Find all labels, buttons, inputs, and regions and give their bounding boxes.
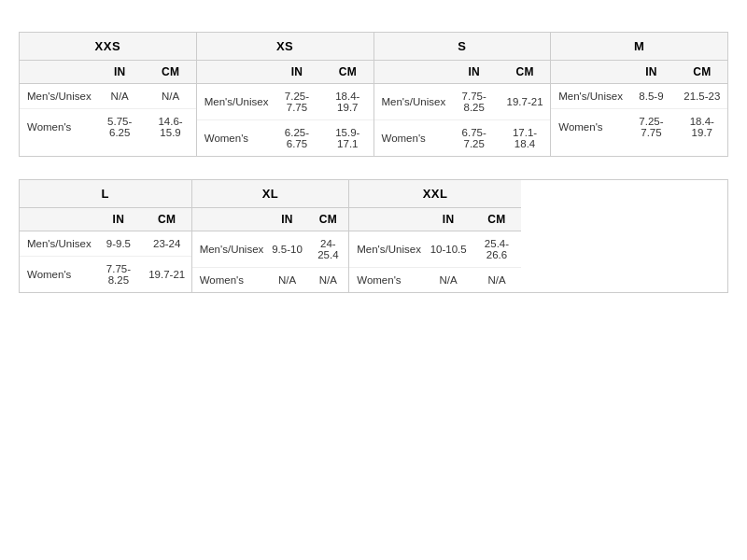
subheader-empty <box>197 61 272 83</box>
column-header-in: IN <box>267 208 308 231</box>
column-header-cm: CM <box>472 208 521 231</box>
row-label: Women's <box>551 115 626 139</box>
row-value-cm: N/A <box>472 268 521 292</box>
row-label: Women's <box>20 115 94 139</box>
row-label: Women's <box>20 262 94 287</box>
size-block-header: XXL <box>349 180 521 208</box>
column-header-in: IN <box>626 61 676 83</box>
table-row: Women'sN/AN/A <box>192 268 349 292</box>
table-row: Women's6.25-6.7515.9-17.1 <box>197 120 374 156</box>
row-value-in: 7.75-8.25 <box>94 257 143 292</box>
row-value-cm: 21.5-23 <box>677 84 727 108</box>
row-label: Men's/Unisex <box>20 231 94 256</box>
row-value-in: 7.25-7.75 <box>272 84 322 119</box>
size-block-subheader: INCM <box>20 208 191 231</box>
subheader-empty <box>551 61 626 83</box>
size-block-header: XXS <box>20 33 196 61</box>
subheader-empty <box>20 208 94 231</box>
row-value-cm: 24-25.4 <box>307 231 348 267</box>
size-block-l: LINCMMen's/Unisex9-9.523-24Women's7.75-8… <box>20 180 192 292</box>
subheader-empty <box>192 208 267 231</box>
size-table-row-1: XXSINCMMen's/UnisexN/AN/AWomen's5.75-6.2… <box>19 32 728 157</box>
row-value-cm: 15.9-17.1 <box>322 120 373 156</box>
size-block-header: S <box>374 33 551 61</box>
table-row: Women's7.75-8.2519.7-21 <box>20 257 191 292</box>
table-row: Women's5.75-6.2514.6-15.9 <box>20 109 196 145</box>
row-value-in: 10-10.5 <box>424 237 472 261</box>
row-label: Men's/Unisex <box>20 84 94 108</box>
row-value-cm: 18.4-19.7 <box>322 84 373 119</box>
size-block-header: M <box>551 33 727 61</box>
row-value-in: N/A <box>267 268 308 292</box>
column-header-cm: CM <box>143 208 191 231</box>
column-header-in: IN <box>272 61 322 83</box>
size-block-xl: XLINCMMen's/Unisex9.5-1024-25.4Women'sN/… <box>192 180 350 292</box>
row-value-cm: 18.4-19.7 <box>677 109 727 145</box>
column-header-cm: CM <box>307 208 348 231</box>
table-row: Women'sN/AN/A <box>349 268 521 292</box>
size-block-xs: XSINCMMen's/Unisex7.25-7.7518.4-19.7Wome… <box>197 33 374 156</box>
column-header-cm: CM <box>500 61 550 83</box>
column-header-cm: CM <box>322 61 373 83</box>
table-row: Women's6.75-7.2517.1-18.4 <box>374 120 551 156</box>
column-header-in: IN <box>424 208 472 231</box>
size-block-subheader: INCM <box>20 61 196 84</box>
size-table-row-2: LINCMMen's/Unisex9-9.523-24Women's7.75-8… <box>19 179 728 293</box>
size-tables-container: XXSINCMMen's/UnisexN/AN/AWomen's5.75-6.2… <box>19 32 728 293</box>
row-label: Men's/Unisex <box>192 237 267 261</box>
row-value-cm: 25.4-26.6 <box>472 231 521 267</box>
size-block-subheader: INCM <box>349 208 521 231</box>
row-value-in: N/A <box>94 84 145 108</box>
table-row: Men's/Unisex7.75-8.2519.7-21 <box>374 84 551 120</box>
size-block-header: L <box>20 180 191 208</box>
row-label: Women's <box>349 268 424 292</box>
size-block-m: MINCMMen's/Unisex8.5-921.5-23Women's7.25… <box>551 33 727 156</box>
row-value-in: 5.75-6.25 <box>94 109 145 145</box>
row-value-cm: 17.1-18.4 <box>500 120 550 156</box>
row-value-in: 9.5-10 <box>267 237 308 261</box>
table-row: Men's/Unisex8.5-921.5-23 <box>551 84 727 109</box>
column-header-in: IN <box>94 208 143 231</box>
row-value-in: 8.5-9 <box>626 84 676 108</box>
row-value-cm: N/A <box>307 268 348 292</box>
row-value-cm: 19.7-21 <box>143 262 191 287</box>
table-row: Men's/Unisex10-10.525.4-26.6 <box>349 231 521 268</box>
row-label: Men's/Unisex <box>349 237 424 261</box>
row-value-cm: 14.6-15.9 <box>145 109 195 145</box>
table-row: Men's/Unisex9-9.523-24 <box>20 231 191 257</box>
subheader-empty <box>349 208 424 231</box>
row-label: Men's/Unisex <box>551 84 626 108</box>
row-value-cm: 23-24 <box>143 231 191 256</box>
row-value-in: 7.25-7.75 <box>626 109 676 145</box>
row-label: Women's <box>374 126 449 150</box>
subheader-empty <box>374 61 449 83</box>
table-row: Men's/Unisex9.5-1024-25.4 <box>192 231 349 268</box>
row-value-in: 7.75-8.25 <box>449 84 500 119</box>
row-value-in: 9-9.5 <box>94 231 143 256</box>
size-block-subheader: INCM <box>192 208 349 231</box>
size-block-xxl: XXLINCMMen's/Unisex10-10.525.4-26.6Women… <box>349 180 521 292</box>
row-label: Women's <box>197 126 272 150</box>
column-header-in: IN <box>449 61 500 83</box>
subheader-empty <box>20 61 94 83</box>
table-row: Women's7.25-7.7518.4-19.7 <box>551 109 727 145</box>
column-header-in: IN <box>94 61 145 83</box>
row-label: Women's <box>192 268 267 292</box>
column-header-cm: CM <box>677 61 727 83</box>
row-value-cm: 19.7-21 <box>500 90 550 114</box>
column-header-cm: CM <box>145 61 195 83</box>
row-value-cm: N/A <box>145 84 195 108</box>
table-row: Men's/UnisexN/AN/A <box>20 84 196 109</box>
size-block-subheader: INCM <box>551 61 727 84</box>
size-block-header: XS <box>197 33 374 61</box>
row-value-in: N/A <box>424 268 472 292</box>
row-label: Men's/Unisex <box>197 90 272 114</box>
size-block-subheader: INCM <box>197 61 374 84</box>
table-row: Men's/Unisex7.25-7.7518.4-19.7 <box>197 84 374 120</box>
size-block-subheader: INCM <box>374 61 551 84</box>
row-value-in: 6.75-7.25 <box>449 120 500 156</box>
row-label: Men's/Unisex <box>374 90 449 114</box>
size-block-xxs: XXSINCMMen's/UnisexN/AN/AWomen's5.75-6.2… <box>20 33 197 156</box>
size-block-header: XL <box>192 180 349 208</box>
row-value-in: 6.25-6.75 <box>272 120 322 156</box>
